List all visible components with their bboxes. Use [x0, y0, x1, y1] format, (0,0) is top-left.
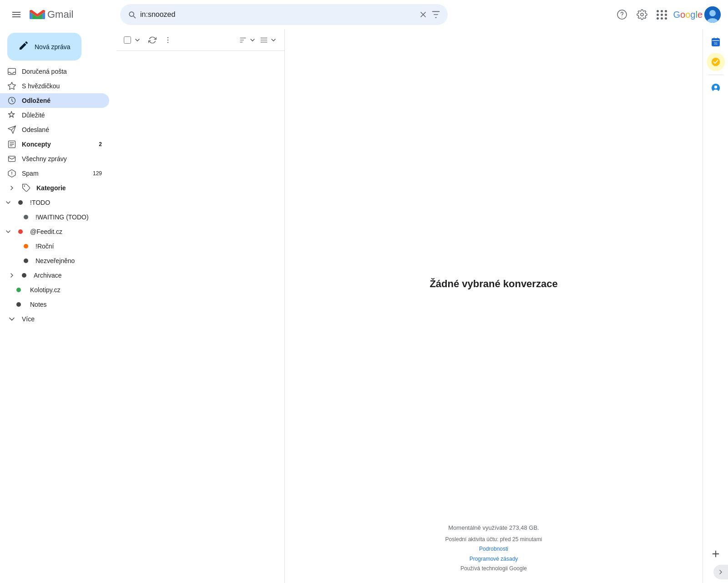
all-mail-icon: [7, 154, 16, 163]
select-all-checkbox[interactable]: [124, 36, 131, 44]
right-panel: Žádné vybrané konverzace Momentálně využ…: [285, 29, 703, 583]
refresh-button[interactable]: [147, 34, 158, 46]
email-toolbar: [116, 29, 284, 51]
empty-title: Žádné vybrané konverzace: [430, 278, 557, 290]
tasks-icon-button[interactable]: [707, 53, 725, 71]
topbar: Gmail Google: [0, 0, 728, 29]
sidebar-item-categories-label: Kategorie: [36, 184, 102, 192]
svg-rect-7: [9, 156, 15, 162]
footer-privacy-link[interactable]: Programové zásady: [470, 556, 518, 562]
svg-point-17: [714, 86, 717, 88]
main-content: Nová zpráva Doručená pošta S hvězdičkou …: [0, 29, 728, 583]
inbox-icon: [7, 67, 16, 76]
spam-icon: [7, 169, 16, 178]
todo-dot: [18, 200, 23, 205]
sidebar-item-drafts[interactable]: Koncepty 2: [0, 137, 109, 152]
topbar-left: Gmail: [7, 5, 116, 24]
sidebar-item-todo-label: !TODO: [30, 199, 102, 206]
sidebar-item-important-label: Důležité: [22, 112, 102, 119]
sidebar-item-archivace-label: Archivace: [34, 272, 102, 279]
avatar-image: [704, 6, 721, 23]
svg-point-1: [622, 17, 623, 18]
footer-technology: Používá technologii Google: [445, 564, 542, 574]
svg-point-18: [713, 90, 718, 93]
sidebar-item-spam-badge: 129: [93, 170, 102, 177]
sidebar-item-inbox[interactable]: Doručená pošta: [0, 64, 109, 79]
avatar[interactable]: [704, 6, 721, 23]
apps-button[interactable]: [653, 5, 671, 24]
sidebar-item-starred-label: S hvězdičkou: [22, 82, 102, 90]
svg-point-8: [24, 186, 25, 187]
display-density-button[interactable]: [260, 36, 277, 44]
email-list: [116, 29, 285, 583]
calendar-icon-button[interactable]: 31: [707, 33, 725, 51]
sidebar-item-all-label: Všechny zprávy: [22, 155, 102, 162]
google-wordmark: Google: [673, 10, 703, 20]
sidebar-item-snoozed-label: Odložené: [22, 97, 102, 104]
sidebar-item-nezverejneno[interactable]: Nezveřejněno: [0, 253, 109, 268]
sidebar-item-more[interactable]: Více: [0, 312, 109, 326]
draft-icon: [7, 140, 16, 149]
notes-dot: [16, 302, 21, 307]
sidebar-item-important[interactable]: Důležité: [0, 108, 109, 122]
svg-point-11: [167, 42, 168, 43]
gmail-logo[interactable]: Gmail: [29, 8, 73, 21]
more-options-button[interactable]: [162, 34, 174, 46]
footer-activity: Poslední aktivita účtu: před 25 minutami: [445, 535, 542, 545]
sidebar-item-drafts-badge: 2: [99, 141, 102, 147]
sidebar-item-kolotipy[interactable]: Kolotipy.cz: [0, 283, 109, 297]
search-clear-button[interactable]: [419, 10, 428, 19]
sent-icon: [7, 125, 16, 134]
star-icon: [7, 81, 16, 91]
footer-info: Poslední aktivita účtu: před 25 minutami…: [445, 535, 542, 574]
sidebar-item-categories[interactable]: Kategorie: [0, 181, 109, 195]
sidebar: Nová zpráva Doručená pošta S hvězdičkou …: [0, 29, 116, 583]
sort-button[interactable]: [239, 36, 256, 44]
svg-point-10: [167, 39, 168, 40]
sidebar-item-waiting-label: !WAITING (TODO): [35, 213, 102, 221]
right-sidebar-separator: [708, 75, 723, 75]
important-icon: [7, 111, 16, 120]
sidebar-item-rocni[interactable]: !Roční: [0, 239, 109, 253]
sidebar-item-todo[interactable]: !TODO: [0, 195, 109, 210]
sidebar-item-notes[interactable]: Notes: [0, 297, 109, 312]
help-button[interactable]: [613, 5, 631, 24]
contacts-icon-button[interactable]: [707, 79, 725, 97]
compose-icon: [18, 40, 29, 53]
sidebar-item-sent[interactable]: Odeslané: [0, 122, 109, 137]
sidebar-item-starred[interactable]: S hvězdičkou: [0, 79, 109, 93]
sidebar-item-spam[interactable]: Spam 129: [0, 166, 109, 181]
settings-button[interactable]: [633, 5, 651, 24]
sidebar-item-spam-label: Spam: [22, 170, 87, 177]
collapse-sidebar-button[interactable]: [713, 565, 728, 579]
nezverejneno-dot: [24, 259, 28, 263]
search-filter-button[interactable]: [431, 10, 440, 19]
sidebar-item-all[interactable]: Všechny zprávy: [0, 152, 109, 166]
menu-button[interactable]: [7, 5, 25, 24]
select-dropdown-button[interactable]: [132, 35, 143, 46]
add-app-button[interactable]: [707, 545, 725, 563]
search-icon: [127, 10, 136, 19]
sidebar-item-feedit-label: @Feedit.cz: [30, 228, 102, 235]
gmail-logo-text: Gmail: [47, 9, 73, 20]
rocni-dot: [24, 244, 28, 248]
expand-icon: [7, 184, 16, 192]
apps-grid-icon: [657, 10, 667, 20]
right-sidebar: 31: [703, 29, 728, 583]
sidebar-item-waiting[interactable]: !WAITING (TODO): [0, 210, 109, 224]
search-input[interactable]: [140, 10, 415, 19]
sidebar-item-snoozed[interactable]: Odložené: [0, 93, 109, 108]
footer-details-link[interactable]: Podrobnosti: [479, 546, 508, 552]
sidebar-item-inbox-label: Doručená pošta: [22, 68, 102, 75]
sidebar-item-kolotipy-label: Kolotipy.cz: [30, 286, 102, 294]
sidebar-item-feedit[interactable]: @Feedit.cz: [0, 224, 109, 239]
feedit-dot: [18, 229, 23, 234]
gmail-m-icon: [29, 8, 46, 21]
sidebar-item-drafts-label: Koncepty: [22, 141, 93, 148]
svg-text:31: 31: [713, 41, 717, 46]
feedit-collapse-icon: [4, 228, 13, 235]
sidebar-item-archivace[interactable]: Archivace: [0, 268, 109, 283]
empty-state: Žádné vybrané konverzace: [430, 47, 557, 524]
compose-label: Nová zpráva: [35, 43, 71, 51]
compose-button[interactable]: Nová zpráva: [7, 33, 81, 61]
